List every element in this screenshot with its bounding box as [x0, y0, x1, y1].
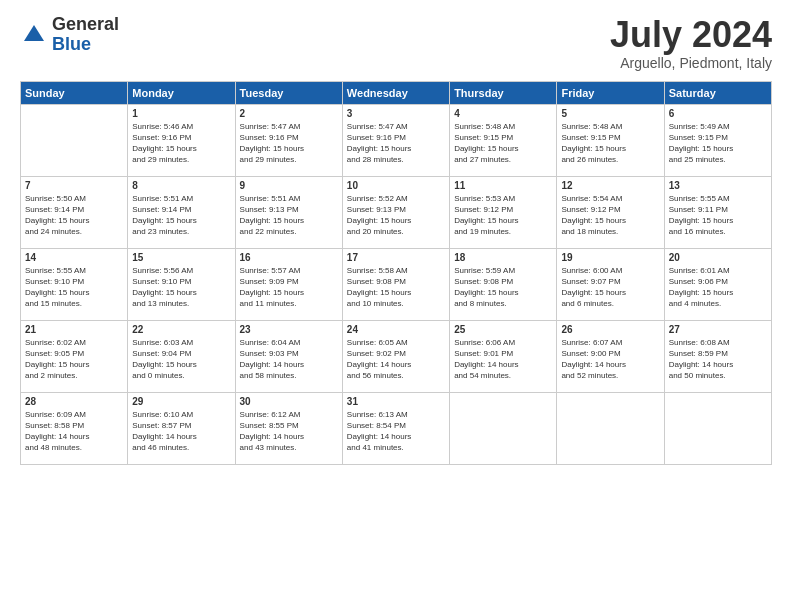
logo: General Blue [20, 15, 119, 55]
header-row: Sunday Monday Tuesday Wednesday Thursday… [21, 81, 772, 104]
sunset-text: Sunset: 8:58 PM [25, 420, 123, 431]
daylight-line1: Daylight: 15 hours [25, 359, 123, 370]
daylight-line2: and 16 minutes. [669, 226, 767, 237]
day-info: Sunrise: 6:06 AMSunset: 9:01 PMDaylight:… [454, 337, 552, 382]
sunrise-text: Sunrise: 5:52 AM [347, 193, 445, 204]
daylight-line2: and 26 minutes. [561, 154, 659, 165]
sunset-text: Sunset: 9:16 PM [132, 132, 230, 143]
day-number: 12 [561, 180, 659, 191]
daylight-line2: and 41 minutes. [347, 442, 445, 453]
daylight-line1: Daylight: 14 hours [347, 359, 445, 370]
sunset-text: Sunset: 8:54 PM [347, 420, 445, 431]
day-info: Sunrise: 6:05 AMSunset: 9:02 PMDaylight:… [347, 337, 445, 382]
day-number: 31 [347, 396, 445, 407]
logo-blue: Blue [52, 34, 91, 54]
calendar-subtitle: Arguello, Piedmont, Italy [610, 55, 772, 71]
day-number: 28 [25, 396, 123, 407]
sunrise-text: Sunrise: 5:57 AM [240, 265, 338, 276]
day-info: Sunrise: 5:50 AMSunset: 9:14 PMDaylight:… [25, 193, 123, 238]
day-info: Sunrise: 6:09 AMSunset: 8:58 PMDaylight:… [25, 409, 123, 454]
calendar-cell: 4Sunrise: 5:48 AMSunset: 9:15 PMDaylight… [450, 104, 557, 176]
calendar-cell: 15Sunrise: 5:56 AMSunset: 9:10 PMDayligh… [128, 248, 235, 320]
sunrise-text: Sunrise: 5:53 AM [454, 193, 552, 204]
sunset-text: Sunset: 9:03 PM [240, 348, 338, 359]
calendar-cell: 16Sunrise: 5:57 AMSunset: 9:09 PMDayligh… [235, 248, 342, 320]
daylight-line1: Daylight: 15 hours [132, 215, 230, 226]
daylight-line2: and 23 minutes. [132, 226, 230, 237]
daylight-line1: Daylight: 15 hours [132, 287, 230, 298]
sunset-text: Sunset: 9:07 PM [561, 276, 659, 287]
day-info: Sunrise: 6:03 AMSunset: 9:04 PMDaylight:… [132, 337, 230, 382]
day-number: 11 [454, 180, 552, 191]
logo-general: General [52, 14, 119, 34]
day-info: Sunrise: 5:51 AMSunset: 9:13 PMDaylight:… [240, 193, 338, 238]
daylight-line2: and 4 minutes. [669, 298, 767, 309]
calendar-cell: 13Sunrise: 5:55 AMSunset: 9:11 PMDayligh… [664, 176, 771, 248]
daylight-line1: Daylight: 14 hours [561, 359, 659, 370]
calendar-week-3: 14Sunrise: 5:55 AMSunset: 9:10 PMDayligh… [21, 248, 772, 320]
daylight-line1: Daylight: 14 hours [240, 431, 338, 442]
daylight-line2: and 8 minutes. [454, 298, 552, 309]
day-info: Sunrise: 5:48 AMSunset: 9:15 PMDaylight:… [561, 121, 659, 166]
sunrise-text: Sunrise: 6:01 AM [669, 265, 767, 276]
day-number: 25 [454, 324, 552, 335]
day-number: 9 [240, 180, 338, 191]
day-number: 2 [240, 108, 338, 119]
daylight-line2: and 18 minutes. [561, 226, 659, 237]
daylight-line1: Daylight: 15 hours [240, 287, 338, 298]
sunrise-text: Sunrise: 6:13 AM [347, 409, 445, 420]
daylight-line1: Daylight: 15 hours [25, 215, 123, 226]
sunset-text: Sunset: 9:15 PM [454, 132, 552, 143]
day-number: 24 [347, 324, 445, 335]
sunset-text: Sunset: 9:15 PM [669, 132, 767, 143]
sunset-text: Sunset: 9:04 PM [132, 348, 230, 359]
daylight-line1: Daylight: 15 hours [132, 143, 230, 154]
day-info: Sunrise: 5:59 AMSunset: 9:08 PMDaylight:… [454, 265, 552, 310]
day-info: Sunrise: 5:56 AMSunset: 9:10 PMDaylight:… [132, 265, 230, 310]
day-number: 4 [454, 108, 552, 119]
daylight-line2: and 29 minutes. [240, 154, 338, 165]
daylight-line2: and 20 minutes. [347, 226, 445, 237]
daylight-line2: and 28 minutes. [347, 154, 445, 165]
sunrise-text: Sunrise: 5:51 AM [132, 193, 230, 204]
calendar-cell: 14Sunrise: 5:55 AMSunset: 9:10 PMDayligh… [21, 248, 128, 320]
calendar-cell [664, 392, 771, 464]
day-number: 8 [132, 180, 230, 191]
sunrise-text: Sunrise: 5:47 AM [347, 121, 445, 132]
svg-marker-0 [24, 25, 44, 41]
header-tuesday: Tuesday [235, 81, 342, 104]
calendar-cell [450, 392, 557, 464]
day-number: 3 [347, 108, 445, 119]
sunset-text: Sunset: 8:57 PM [132, 420, 230, 431]
sunrise-text: Sunrise: 5:55 AM [25, 265, 123, 276]
daylight-line1: Daylight: 15 hours [25, 287, 123, 298]
sunset-text: Sunset: 9:00 PM [561, 348, 659, 359]
daylight-line2: and 25 minutes. [669, 154, 767, 165]
daylight-line1: Daylight: 15 hours [454, 143, 552, 154]
sunrise-text: Sunrise: 5:48 AM [561, 121, 659, 132]
calendar-cell: 26Sunrise: 6:07 AMSunset: 9:00 PMDayligh… [557, 320, 664, 392]
sunset-text: Sunset: 9:14 PM [132, 204, 230, 215]
sunrise-text: Sunrise: 5:55 AM [669, 193, 767, 204]
daylight-line1: Daylight: 15 hours [561, 215, 659, 226]
day-number: 22 [132, 324, 230, 335]
daylight-line1: Daylight: 15 hours [347, 143, 445, 154]
sunset-text: Sunset: 9:12 PM [561, 204, 659, 215]
sunset-text: Sunset: 9:10 PM [25, 276, 123, 287]
daylight-line1: Daylight: 15 hours [669, 287, 767, 298]
daylight-line1: Daylight: 14 hours [25, 431, 123, 442]
daylight-line2: and 24 minutes. [25, 226, 123, 237]
daylight-line2: and 56 minutes. [347, 370, 445, 381]
daylight-line1: Daylight: 15 hours [347, 215, 445, 226]
day-info: Sunrise: 6:00 AMSunset: 9:07 PMDaylight:… [561, 265, 659, 310]
day-info: Sunrise: 6:01 AMSunset: 9:06 PMDaylight:… [669, 265, 767, 310]
daylight-line1: Daylight: 14 hours [132, 431, 230, 442]
calendar-title: July 2024 [610, 15, 772, 55]
calendar-cell [557, 392, 664, 464]
calendar-cell: 9Sunrise: 5:51 AMSunset: 9:13 PMDaylight… [235, 176, 342, 248]
calendar-header: Sunday Monday Tuesday Wednesday Thursday… [21, 81, 772, 104]
sunset-text: Sunset: 9:02 PM [347, 348, 445, 359]
calendar-cell: 7Sunrise: 5:50 AMSunset: 9:14 PMDaylight… [21, 176, 128, 248]
calendar-cell: 3Sunrise: 5:47 AMSunset: 9:16 PMDaylight… [342, 104, 449, 176]
calendar-cell: 27Sunrise: 6:08 AMSunset: 8:59 PMDayligh… [664, 320, 771, 392]
